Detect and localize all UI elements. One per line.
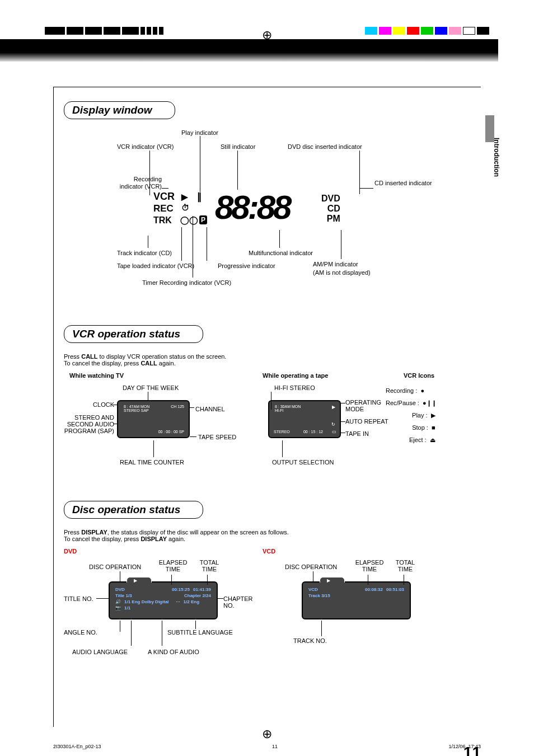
label-dvd-elapsed: ELAPSED TIME <box>156 559 190 572</box>
osd-dvd-total: 01:41:39 <box>193 587 211 592</box>
label-dvd-total: TOTAL TIME <box>195 559 223 572</box>
osd-vcd-track: Track 3/15 <box>308 593 330 598</box>
heading-dvd: DVD <box>64 548 77 555</box>
label-output-selection: OUTPUT SELECTION <box>272 459 334 466</box>
label-sap: STEREO AND SECOND AUDIO PROGRAM (SAP) <box>64 414 114 434</box>
label-ampm-note: (AM is not displayed) <box>313 269 371 276</box>
vfd-display: VCR ▶ ‖ REC ⏱ TRK ◯◯ P 88:88 DVD CD PM <box>153 191 349 236</box>
label-clock: CLOCK <box>86 401 114 408</box>
osd-dvd-box: ▶ DVD 00:15:25 01:41:39 Title 1/3 Chapte… <box>109 581 218 619</box>
osd-tv-stereo: STEREO SAP <box>124 408 183 412</box>
osd-vcd-box: ▶ VCD 00:08:32 00:51:03 Track 3/15 <box>302 581 411 619</box>
vfd-pm: PM <box>321 214 340 224</box>
section-display-window: Display window Play indicator VCR indica… <box>64 101 471 308</box>
record-icon: ● <box>420 387 424 394</box>
osd-dvd-audio: 1/1 Eng Dolby Digital <box>124 599 169 604</box>
section-heading: Disc operation status <box>64 501 203 519</box>
header-gradient-bar <box>0 39 498 62</box>
osd-vcd-total: 00:51:03 <box>386 587 404 592</box>
label-tape-speed: TAPE SPEED <box>198 434 236 440</box>
legend-eject: Eject : ⏏ <box>386 434 437 446</box>
label-dvd-audiokind: A KIND OF AUDIO <box>148 649 199 655</box>
osd-dvd-chapter: Chapter 2/24 <box>184 593 211 598</box>
heading-operating-tape: While operating a tape <box>263 372 328 379</box>
top-registration-area: ⊕ <box>0 0 534 45</box>
page-number: 11 <box>463 744 481 756</box>
audio-icon: 🔊 <box>115 599 121 604</box>
section-vcr-status: VCR operation status Press CALL to displ… <box>64 325 471 484</box>
label-timer-rec: Timer Recording indicator (VCR) <box>142 279 231 287</box>
legend-recpause: Rec/Pause : ●❙❙ <box>386 397 437 409</box>
heading-vcd: VCD <box>263 548 275 555</box>
crosshair-icon: ⊕ <box>262 727 272 741</box>
label-vcr-indicator: VCR indicator (VCR) <box>117 143 174 151</box>
subtitle-icon: ⋯ <box>176 599 180 604</box>
play-icon: ▶ <box>431 412 435 419</box>
play-icon: ▶ <box>181 192 188 202</box>
label-channel: CHANNEL <box>195 406 225 412</box>
stop-icon: ■ <box>432 424 435 431</box>
side-tab-label: Introduction <box>493 138 500 177</box>
label-dvd-title: TITLE NO. <box>64 595 93 602</box>
label-tape-in: TAPE IN <box>345 430 369 437</box>
disc-status-diagram: DVD VCD DISC OPERATION ELAPSED TIME TOTA… <box>64 548 471 688</box>
osd-vcd-elapsed: 00:08:32 <box>365 587 383 592</box>
section-disc-status: Disc operation status Press DISPLAY, the… <box>64 501 471 688</box>
osd-tape-box: 8 : 30AM MON HI-FI ▶ 00 : 15 : 12 STEREO… <box>268 400 341 438</box>
osd-tape-hifi: HI-FI <box>275 408 334 412</box>
vfd-vcr: VCR <box>153 191 175 203</box>
page-footer: 2I30301A-En_p02-13 11 1/12/06, 17:43 <box>53 744 481 749</box>
label-cd-inserted: CD inserted indicator <box>374 180 432 187</box>
osd-tape-play-icon: ▶ <box>332 405 335 410</box>
registration-marks-right <box>365 27 489 35</box>
vfd-rec: REC <box>153 203 174 214</box>
osd-cassette-icon: ▭ <box>332 429 336 434</box>
osd-tv-counter: 00 : 00 : 00 SP <box>158 430 184 434</box>
section-heading: Display window <box>64 101 175 119</box>
vcr-intro-2: To cancel the display, press CALL again. <box>64 360 471 367</box>
label-day-of-week: DAY OF THE WEEK <box>123 384 179 391</box>
legend-play: Play : ▶ <box>386 409 437 421</box>
vfd-digits: 88:88 <box>215 188 289 227</box>
osd-dvd-title: Title 1/3 <box>115 593 132 598</box>
content-frame: Introduction Display window Play indicat… <box>53 87 481 727</box>
crosshair-icon: ⊕ <box>262 28 272 43</box>
label-still-indicator: Still indicator <box>221 143 255 151</box>
eject-icon: ⏏ <box>430 436 435 443</box>
osd-repeat-icon: ↻ <box>331 422 335 427</box>
label-dvd-chapter: CHAPTER NO. <box>223 595 257 609</box>
vfd-trk: TRK <box>153 215 172 226</box>
osd-tv-channel: CH 125 <box>171 405 184 408</box>
label-dvd-sub: SUBTITLE LANGUAGE <box>167 629 233 636</box>
cassette-icon: ◯◯ <box>180 215 198 224</box>
progressive-icon: P <box>199 215 207 224</box>
heading-vcr-icons: VCR Icons <box>404 372 434 379</box>
osd-tape-stereo: STEREO <box>274 430 290 434</box>
display-window-diagram: Play indicator VCR indicator (VCR) Still… <box>64 129 471 308</box>
label-recording-indicator: Recording indicator (VCR) <box>111 176 162 190</box>
label-auto-repeat: AUTO REPEAT <box>345 418 388 425</box>
label-vcd-discop: DISC OPERATION <box>285 564 337 570</box>
osd-dvd-tag: DVD <box>115 587 125 592</box>
disc-intro-2: To cancel the display, press DISPLAY aga… <box>64 536 471 542</box>
vfd-dvd: DVD <box>321 194 340 204</box>
osd-dvd-sub: 1/2 Eng <box>184 599 199 604</box>
footer-mid: 11 <box>272 744 278 749</box>
footer-left: 2I30301A-En_p02-13 <box>53 744 101 749</box>
recpause-icon: ●❙❙ <box>423 400 437 406</box>
label-progressive: Progressive indicator <box>218 262 275 270</box>
legend-stop: Stop : ■ <box>386 421 437 434</box>
label-rtc: REAL TIME COUNTER <box>120 459 184 466</box>
label-tape-loaded: Tape loaded indicator (VCR) <box>117 262 194 270</box>
osd-dvd-angle: 1/1 <box>124 605 130 611</box>
label-dvd-inserted: DVD disc inserted indicator <box>288 143 362 151</box>
page: ⊕ Introduction Display window Play indic… <box>0 0 534 756</box>
disc-intro-1: Press DISPLAY, the status display of the… <box>64 529 471 536</box>
label-dvd-audiolang: AUDIO LANGUAGE <box>72 649 128 655</box>
section-heading: VCR operation status <box>64 325 203 343</box>
vcr-status-diagram: While watching TV While operating a tape… <box>64 372 471 484</box>
label-dvd-discop: DISC OPERATION <box>89 564 141 570</box>
osd-tape-counter: 00 : 15 : 12 <box>303 430 323 434</box>
label-dvd-angle: ANGLE NO. <box>64 629 97 636</box>
legend-recording: Recording : ● <box>386 384 437 397</box>
